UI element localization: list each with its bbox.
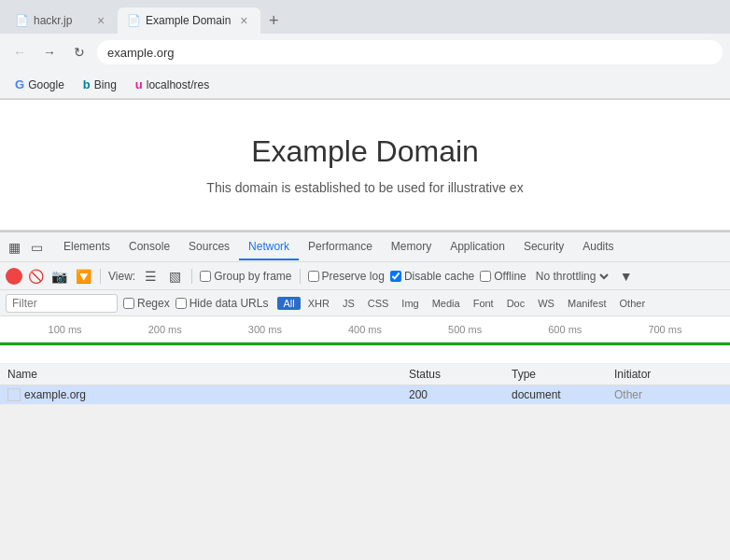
tab-console[interactable]: Console <box>119 234 179 260</box>
timeline-label-400: 400 ms <box>348 324 382 335</box>
filter-type-media[interactable]: Media <box>427 297 466 310</box>
tab-security[interactable]: Security <box>514 234 573 260</box>
timeline-label-200: 200 ms <box>148 324 182 335</box>
clear-button[interactable]: 🚫 <box>28 269 44 284</box>
filter-type-js[interactable]: JS <box>337 297 360 310</box>
bookmark-google[interactable]: G Google <box>7 76 72 93</box>
header-status: Status <box>409 368 512 381</box>
preserve-log-text: Preserve log <box>322 270 385 283</box>
toolbar-separator3 <box>300 269 301 284</box>
devtools-icons: ▦ ▭ <box>4 237 47 258</box>
offline-label[interactable]: Offline <box>480 270 526 283</box>
disable-cache-text: Disable cache <box>404 270 474 283</box>
tab-hackr[interactable]: 📄 hackr.jp × <box>6 7 118 34</box>
timeline-labels: 100 ms 200 ms 300 ms 400 ms 500 ms 600 m… <box>7 324 723 335</box>
tab-application[interactable]: Application <box>441 234 514 260</box>
filter-type-doc[interactable]: Doc <box>501 297 531 310</box>
row-status-0: 200 <box>409 388 512 401</box>
tab-performance[interactable]: Performance <box>299 234 382 260</box>
tab-favicon-example: 📄 <box>127 14 140 27</box>
offline-checkbox[interactable] <box>480 271 491 282</box>
bookmark-localhost[interactable]: u localhost/res <box>128 76 217 93</box>
hide-data-urls-text: Hide data URLs <box>190 297 269 310</box>
disable-cache-checkbox[interactable] <box>390 271 401 282</box>
timeline-area: 100 ms 200 ms 300 ms 400 ms 500 ms 600 m… <box>0 316 730 343</box>
network-row-0[interactable]: example.org 200 document Other <box>0 385 730 405</box>
network-table-header: Name Status Type Initiator <box>0 364 730 385</box>
page-description: This domain is established to be used fo… <box>206 180 523 195</box>
timeline-label-700: 700 ms <box>648 324 681 335</box>
filter-icon[interactable]: 🔽 <box>74 267 92 286</box>
preserve-log-checkbox[interactable] <box>308 271 319 282</box>
record-button[interactable] <box>6 268 22 285</box>
reload-button[interactable]: ↻ <box>67 40 91 64</box>
bookmark-bing[interactable]: b Bing <box>76 76 124 93</box>
bookmark-label-bing: Bing <box>94 78 117 91</box>
list-view-icon[interactable]: ☰ <box>141 267 160 286</box>
group-by-frame-text: Group by frame <box>214 270 291 283</box>
group-by-frame-label[interactable]: Group by frame <box>200 270 291 283</box>
tab-sources[interactable]: Sources <box>179 234 239 260</box>
filter-type-manifest[interactable]: Manifest <box>562 297 612 310</box>
disable-cache-label[interactable]: Disable cache <box>390 270 474 283</box>
filter-type-font[interactable]: Font <box>468 297 499 310</box>
camera-icon[interactable]: 📷 <box>49 267 68 286</box>
tab-elements[interactable]: Elements <box>54 234 119 260</box>
regex-text: Regex <box>137 297 170 310</box>
regex-checkbox[interactable] <box>123 298 134 309</box>
tab-title-example: Example Domain <box>146 14 231 27</box>
filter-type-xhr[interactable]: XHR <box>302 297 335 310</box>
row-initiator-0: Other <box>614 388 708 401</box>
group-by-frame-checkbox[interactable] <box>200 271 211 282</box>
tab-memory[interactable]: Memory <box>382 234 441 260</box>
tab-close-hackr[interactable]: × <box>93 13 108 28</box>
devtools-panel: ▦ ▭ Elements Console Sources Network Per… <box>0 231 730 405</box>
tab-audits[interactable]: Audits <box>573 234 623 260</box>
filter-input[interactable] <box>6 294 118 313</box>
tab-bar: 📄 hackr.jp × 📄 Example Domain × + <box>0 0 730 34</box>
toolbar-separator <box>100 269 101 284</box>
tab-favicon-hackr: 📄 <box>15 14 28 27</box>
preserve-log-label[interactable]: Preserve log <box>308 270 385 283</box>
forward-button[interactable]: → <box>37 40 62 64</box>
back-button[interactable]: ← <box>7 40 32 64</box>
hide-data-urls-checkbox[interactable] <box>175 298 187 309</box>
filter-bar: Regex Hide data URLs All XHR JS CSS Img … <box>0 290 730 316</box>
filter-type-other[interactable]: Other <box>614 297 652 310</box>
grid-view-icon[interactable]: ▧ <box>165 267 184 286</box>
regex-label[interactable]: Regex <box>123 297 170 310</box>
bookmark-favicon-bing: b <box>83 77 91 91</box>
tab-example[interactable]: 📄 Example Domain × <box>118 7 260 34</box>
new-tab-button[interactable]: + <box>260 7 287 34</box>
filter-type-all[interactable]: All <box>277 297 300 310</box>
bookmarks-bar: G Google b Bing u localhost/res <box>0 71 730 99</box>
filter-type-ws[interactable]: WS <box>532 297 560 310</box>
view-label: View: <box>108 270 135 283</box>
throttle-more-icon[interactable]: ▼ <box>617 267 636 286</box>
network-table: Name Status Type Initiator example.org 2… <box>0 364 730 405</box>
filter-types: All XHR JS CSS Img Media Font Doc WS Man… <box>277 297 651 310</box>
device-toolbar-icon[interactable]: ▭ <box>26 237 47 258</box>
timeline-label-300: 300 ms <box>248 324 282 335</box>
row-favicon-0 <box>7 388 21 401</box>
timeline-label-500: 500 ms <box>448 324 482 335</box>
page-content: Example Domain This domain is establishe… <box>0 100 730 231</box>
row-name-0: example.org <box>7 388 409 401</box>
throttle-select[interactable]: No throttling <box>532 269 611 284</box>
hide-data-urls-label[interactable]: Hide data URLs <box>175 297 269 310</box>
toolbar-separator2 <box>191 269 192 284</box>
row-type-0: document <box>512 388 614 401</box>
tab-network[interactable]: Network <box>239 234 299 260</box>
empty-space <box>0 345 730 364</box>
timeline-label-100: 100 ms <box>49 324 82 335</box>
header-name: Name <box>7 368 409 381</box>
tab-close-example[interactable]: × <box>236 13 251 28</box>
filter-type-img[interactable]: Img <box>396 297 424 310</box>
bookmark-favicon-google: G <box>15 77 24 91</box>
filter-type-css[interactable]: CSS <box>362 297 395 310</box>
inspect-element-icon[interactable]: ▦ <box>4 237 24 258</box>
address-input[interactable] <box>97 40 723 64</box>
offline-text: Offline <box>494 270 526 283</box>
header-type: Type <box>512 368 614 381</box>
row-name-text-0: example.org <box>24 388 86 401</box>
